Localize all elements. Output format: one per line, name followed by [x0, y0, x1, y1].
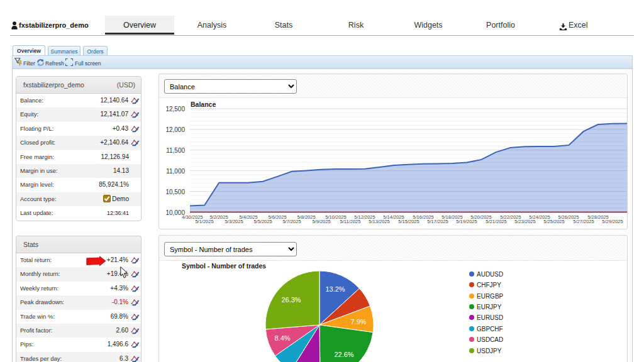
svg-text:5/19/2025: 5/19/2025 — [456, 219, 477, 224]
svg-text:5/7/2025: 5/7/2025 — [282, 219, 301, 224]
svg-text:5/25/2025: 5/25/2025 — [543, 219, 564, 224]
svg-text:11,500: 11,500 — [166, 147, 185, 154]
svg-text:5/17/2025: 5/17/2025 — [427, 219, 448, 224]
svg-text:Balance: Balance — [191, 101, 216, 108]
svg-text:5/5/2025: 5/5/2025 — [253, 219, 272, 224]
svg-text:12,500: 12,500 — [165, 106, 185, 112]
svg-text:10,500: 10,500 — [165, 189, 185, 195]
svg-text:12,000: 12,000 — [165, 126, 185, 133]
svg-text:22.6%: 22.6% — [334, 351, 353, 358]
svg-text:5/27/2025: 5/27/2025 — [573, 219, 594, 224]
svg-text:5/29/2025: 5/29/2025 — [602, 219, 623, 224]
svg-text:5/1/2025: 5/1/2025 — [195, 219, 213, 224]
svg-text:11,000: 11,000 — [166, 168, 185, 175]
svg-text:13.2%: 13.2% — [325, 285, 345, 293]
svg-text:5/3/2025: 5/3/2025 — [225, 219, 243, 224]
svg-text:5/15/2025: 5/15/2025 — [398, 219, 419, 224]
svg-text:5/23/2025: 5/23/2025 — [514, 219, 535, 224]
svg-text:5/13/2025: 5/13/2025 — [369, 219, 389, 224]
svg-text:7.9%: 7.9% — [350, 318, 366, 326]
svg-text:5/9/2025: 5/9/2025 — [312, 219, 330, 224]
svg-text:5/21/2025: 5/21/2025 — [486, 219, 506, 224]
svg-text:5/11/2025: 5/11/2025 — [340, 219, 361, 224]
svg-text:26.3%: 26.3% — [281, 296, 301, 304]
svg-text:8.4%: 8.4% — [274, 334, 290, 342]
